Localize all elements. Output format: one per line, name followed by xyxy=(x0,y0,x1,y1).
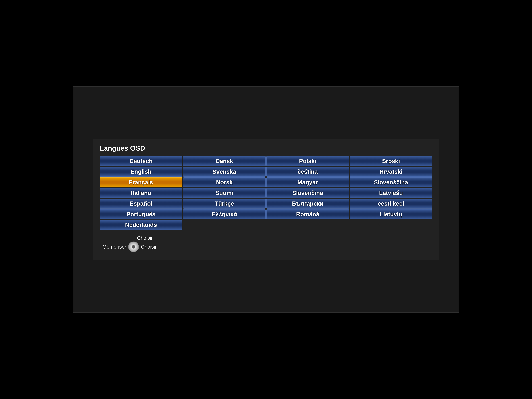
language-option-dansk[interactable]: Dansk xyxy=(183,156,266,166)
language-option-espanol[interactable]: Español xyxy=(100,199,182,209)
language-option-francais[interactable]: Français xyxy=(100,177,182,187)
language-option-eesti[interactable]: eesti keel xyxy=(350,199,432,209)
language-option-bulgarski[interactable]: Български xyxy=(266,199,349,209)
language-option-turkce[interactable]: Türkçe xyxy=(183,199,266,209)
navigation-wheel-icon[interactable] xyxy=(128,241,139,252)
language-option-slovenscina[interactable]: Slovenščina xyxy=(350,177,432,187)
footer-choisir-top: Choisir xyxy=(137,235,432,241)
language-column-col3: PolskičeštinaMagyarSlovenčinaБългарскиRo… xyxy=(266,156,349,230)
language-column-col1: DeutschEnglishFrançaisItalianoEspañolPor… xyxy=(100,156,182,230)
panel-title: Langues OSD xyxy=(100,144,432,152)
language-option-nederlands[interactable]: Nederlands xyxy=(100,220,182,230)
language-option-norsk[interactable]: Norsk xyxy=(183,177,266,187)
language-option-deutsch[interactable]: Deutsch xyxy=(100,156,182,166)
language-column-col2: DanskSvenskaNorskSuomiTürkçeΕλληνικά xyxy=(183,156,266,230)
language-option-lietuvu[interactable]: Lietuvių xyxy=(350,209,432,219)
footer-choisir-right-label: Choisir xyxy=(141,244,157,250)
footer-section: Choisir Mémoriser Choisir xyxy=(100,235,432,252)
footer-memoriser-label: Mémoriser xyxy=(102,244,126,250)
language-option-romana[interactable]: Română xyxy=(266,209,349,219)
language-option-cestina[interactable]: čeština xyxy=(266,167,349,177)
language-option-english[interactable]: English xyxy=(100,167,182,177)
language-option-magyar[interactable]: Magyar xyxy=(266,177,349,187)
osd-panel: Langues OSD DeutschEnglishFrançaisItalia… xyxy=(93,139,439,260)
language-option-hrvatski[interactable]: Hrvatski xyxy=(350,167,432,177)
language-option-portugues[interactable]: Português xyxy=(100,209,182,219)
language-option-polski[interactable]: Polski xyxy=(266,156,349,166)
language-column-col4: SrpskiHrvatskiSlovenščinaLatviešueesti k… xyxy=(350,156,432,230)
language-option-srpski[interactable]: Srpski xyxy=(350,156,432,166)
language-option-svenska[interactable]: Svenska xyxy=(183,167,266,177)
language-grid: DeutschEnglishFrançaisItalianoEspañolPor… xyxy=(100,156,432,230)
language-option-slovencina[interactable]: Slovenčina xyxy=(266,188,349,198)
language-option-ellinika[interactable]: Ελληνικά xyxy=(183,209,266,219)
language-option-italiano[interactable]: Italiano xyxy=(100,188,182,198)
footer-row: Mémoriser Choisir xyxy=(102,241,432,252)
language-option-suomi[interactable]: Suomi xyxy=(183,188,266,198)
language-option-latviesu[interactable]: Latviešu xyxy=(350,188,432,198)
screen: Langues OSD DeutschEnglishFrançaisItalia… xyxy=(73,86,459,313)
